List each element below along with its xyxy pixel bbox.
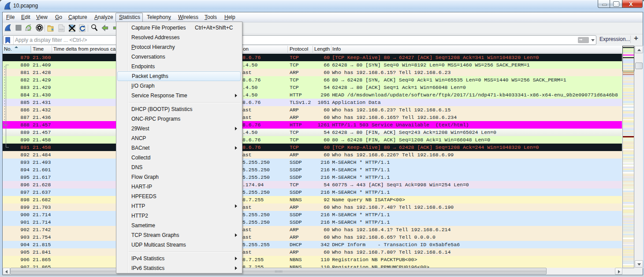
svg-text:010: 010 bbox=[59, 28, 63, 31]
